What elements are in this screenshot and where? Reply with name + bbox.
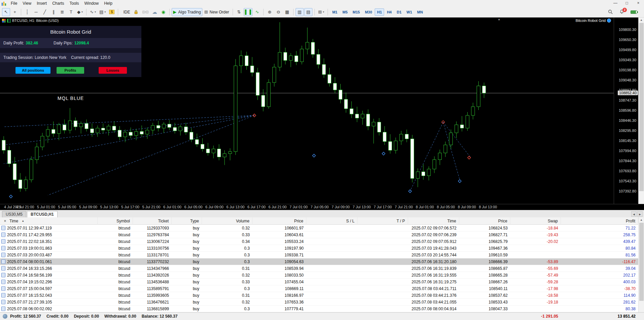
menu-tools[interactable]: Tools [67, 0, 82, 6]
objects-dropdown[interactable]: ▤▾ [98, 8, 107, 16]
menu-help[interactable]: Help [101, 0, 115, 6]
menu-insert[interactable]: Insert [34, 0, 49, 6]
channel-tool[interactable]: ∥ [49, 8, 58, 16]
fibonacci-tool[interactable]: ≣ [58, 8, 66, 16]
trendline-tool[interactable]: ╱ [41, 8, 49, 16]
new-order-button[interactable]: ⊞New Order [203, 8, 231, 16]
table-row[interactable]: 2025.07.01 17:42:29.955btcusd1129763784b… [0, 232, 638, 238]
community-icon[interactable]: ◉ [159, 8, 167, 16]
signal-icon[interactable]: ((o)) [141, 8, 150, 16]
time-axis[interactable]: 4 Jul 20254 Jul 21:005 Jul 01:005 Jul 05… [0, 204, 644, 210]
table-row[interactable]: 2025.07.04 08:00:01.061btcusd1133770232b… [0, 258, 638, 265]
chart-tab-btcusd-h1[interactable]: BTCUSD,H1 [27, 211, 58, 217]
scroll-up-icon[interactable]: ▲ [639, 17, 644, 23]
timeframe-m1[interactable]: M1 [330, 8, 340, 16]
column-header-4-volume[interactable]: Volume [202, 217, 252, 225]
candle-mode-button[interactable]: ▌▐ [244, 8, 252, 16]
zoom-in-button[interactable]: ⊕ [266, 8, 274, 16]
zoom-out-button[interactable]: ⊖ [274, 8, 282, 16]
vertical-line-tool[interactable]: ┆ [23, 8, 31, 16]
cell-1: btcusd [98, 307, 133, 311]
column-header-8-time[interactable]: Time [408, 217, 459, 225]
minimize-button[interactable]: — [610, 0, 621, 7]
vertical-line-tool-glyph: ┆ [26, 10, 29, 14]
column-header-2-ticket[interactable]: Ticket [133, 217, 172, 225]
crosshair-tool[interactable]: + [11, 8, 19, 16]
scrollbar-thumb[interactable] [639, 23, 644, 191]
cursor-tool[interactable]: ↖ [2, 8, 10, 16]
tabs-scroll-left-icon[interactable]: ◄ [631, 211, 637, 217]
table-row[interactable]: 2025.07.07 16:15:52.043btcusd1135993605b… [0, 292, 638, 299]
column-header-5-price[interactable]: Price [252, 217, 306, 225]
horizontal-line-tool[interactable]: ─ [32, 8, 40, 16]
table-row[interactable]: 2025.07.01 22:02:18.351btcusd1130067224b… [0, 238, 638, 245]
maximize-button[interactable]: □ [621, 0, 633, 7]
arrows-dropdown[interactable]: ◆▾ [76, 8, 84, 16]
text-tool[interactable]: T [67, 8, 75, 16]
table-scrollbar-thumb[interactable] [639, 223, 644, 301]
tile-windows-button[interactable]: ▤ [304, 8, 312, 16]
arrange-windows-button[interactable]: ▥ [296, 8, 304, 16]
column-header-0-time[interactable]: ×Time▲ [0, 217, 98, 225]
ea-button-all-positions[interactable]: All positions [15, 67, 50, 74]
cloud-icon[interactable]: ☁ [150, 8, 159, 16]
timeframe-m30[interactable]: M30 [363, 8, 374, 16]
column-header-10-swap[interactable]: Swap [510, 217, 561, 225]
tick-chart-button[interactable]: $ [108, 8, 116, 16]
column-header-9-price[interactable]: Price [459, 217, 510, 225]
timeframe-mn[interactable]: MN [415, 8, 425, 16]
table-row[interactable]: 2025.07.04 16:58:56.199btcusd1134392026b… [0, 272, 638, 279]
chart-window-dropdown[interactable]: ⊞▾ [317, 8, 326, 16]
chart-shift-marker[interactable]: ▲ [498, 17, 501, 21]
timeframe-h4[interactable]: H4 [384, 8, 394, 16]
notifications-bell-icon[interactable]: 2 [618, 8, 626, 16]
table-row[interactable]: 2025.07.03 20:00:03.487btcusd1133178701b… [0, 252, 638, 258]
timeframe-w1[interactable]: W1 [404, 8, 415, 16]
table-row[interactable]: 2025.07.03 19:00:01.863btcusd1133100756b… [0, 245, 638, 252]
table-scroll-up-icon[interactable]: ▲ [639, 217, 644, 223]
timeframe-m5[interactable]: M5 [340, 8, 350, 16]
chart-scrollbar[interactable]: ▲ [638, 17, 644, 204]
cell-3: buy [172, 280, 202, 284]
chart-canvas[interactable]: ▲ BTCUSD, H1: Bitcoin (USD) Bitcoin Robo… [0, 17, 614, 204]
search-icon[interactable] [606, 8, 614, 16]
column-header-11-profit[interactable]: Profit [561, 217, 638, 225]
column-header-6-s-l[interactable]: S / L [306, 217, 358, 225]
table-row[interactable]: 2025.07.07 15:00:04.597btcusd1135895791b… [0, 285, 638, 292]
menu-window[interactable]: Window [82, 0, 102, 6]
cell-4: 0.32 [202, 300, 252, 305]
tabs-scroll-right-icon[interactable]: ► [637, 211, 643, 217]
ide-button[interactable]: IDE [120, 8, 131, 16]
column-header-3-type[interactable]: Type [172, 217, 202, 225]
timeframe-m15[interactable]: M15 [350, 8, 362, 16]
line-mode-button[interactable]: ∿ [253, 8, 261, 16]
lock-icon[interactable] [132, 8, 140, 16]
menu-charts[interactable]: Charts [49, 0, 67, 6]
table-scrollbar[interactable]: ▲ [638, 217, 644, 312]
close-toolbox-icon[interactable]: × [3, 217, 7, 225]
column-header-1-symbol[interactable]: Symbol [98, 217, 133, 225]
menu-view[interactable]: View [20, 0, 34, 6]
menu-file[interactable]: File [8, 0, 20, 6]
close-button[interactable]: × [633, 0, 644, 7]
table-row[interactable]: 2025.07.04 19:15:02.296btcusd1134536488b… [0, 279, 638, 285]
column-header-7-t-p[interactable]: T / P [358, 217, 408, 225]
price-scale[interactable]: 108852.40 109800.30109650.30109499.80109… [614, 17, 638, 204]
candle [85, 119, 88, 132]
indicators-dropdown[interactable]: ∿▾ [89, 8, 97, 16]
ea-button-profits[interactable]: Profits [57, 67, 84, 74]
algo-trading-button[interactable]: ▶Algo Trading [172, 8, 202, 16]
order-icon [1, 259, 5, 264]
depth-of-market-button[interactable]: ⇅ [235, 8, 243, 16]
chart-tab-us30-m5[interactable]: US30,M5 [2, 211, 26, 217]
table-row[interactable]: 2025.07.04 16:33:15.266btcusd1134347966b… [0, 265, 638, 272]
grid-button[interactable]: ▦ [283, 8, 291, 16]
timeframe-d1[interactable]: D1 [394, 8, 404, 16]
ea-button-losses[interactable]: Losses [99, 67, 127, 74]
table-row[interactable]: 2025.07.07 21:27:39.105btcusd1136476621b… [0, 299, 638, 306]
table-row[interactable]: 2025.07.08 06:00:02.092btcusd1136815899b… [0, 306, 638, 312]
trade-marker-red [468, 156, 471, 159]
timeframe-h1[interactable]: H1 [375, 8, 384, 16]
candle [96, 126, 99, 137]
table-row[interactable]: 2025.07.01 12:39:47.119btcusd1129337093b… [0, 225, 638, 232]
